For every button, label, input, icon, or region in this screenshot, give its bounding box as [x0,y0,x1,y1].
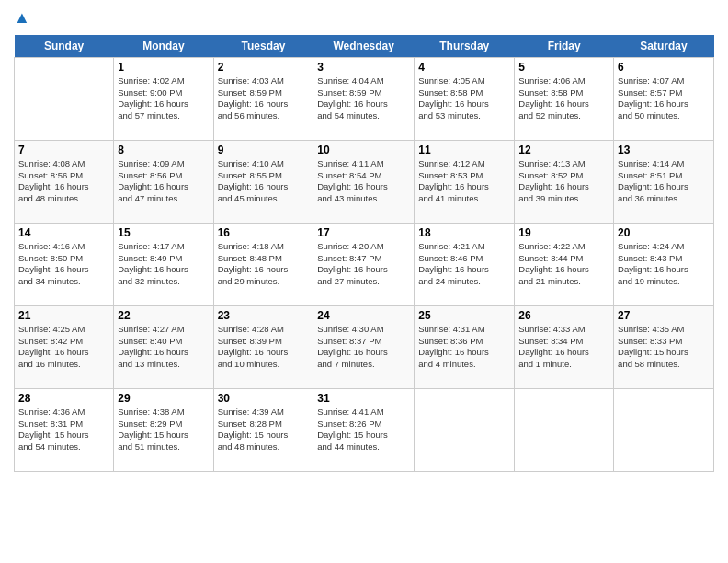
col-header-friday: Friday [515,35,614,58]
day-cell-18: 18Sunrise: 4:21 AMSunset: 8:46 PMDayligh… [415,223,515,305]
day-info: Sunrise: 4:33 AMSunset: 8:34 PMDaylight:… [518,324,609,371]
day-info: Sunrise: 4:25 AMSunset: 8:42 PMDaylight:… [18,324,109,371]
day-info: Sunrise: 4:12 AMSunset: 8:53 PMDaylight:… [418,158,510,205]
day-number: 1 [118,61,209,74]
day-info: Sunrise: 4:21 AMSunset: 8:46 PMDaylight:… [418,241,510,288]
day-info: Sunrise: 4:28 AMSunset: 8:39 PMDaylight:… [218,324,310,371]
day-cell-28: 28Sunrise: 4:36 AMSunset: 8:31 PMDayligh… [15,388,114,471]
day-info: Sunrise: 4:06 AMSunset: 8:58 PMDaylight:… [518,75,609,122]
empty-cell [515,388,614,471]
day-number: 28 [18,392,109,405]
day-number: 31 [317,392,410,405]
day-info: Sunrise: 4:30 AMSunset: 8:37 PMDaylight:… [317,324,410,371]
day-cell-26: 26Sunrise: 4:33 AMSunset: 8:34 PMDayligh… [515,305,614,388]
day-info: Sunrise: 4:17 AMSunset: 8:49 PMDaylight:… [118,241,209,288]
day-number: 18 [418,226,510,239]
day-cell-29: 29Sunrise: 4:38 AMSunset: 8:29 PMDayligh… [114,388,213,471]
day-number: 16 [218,226,310,239]
day-number: 14 [18,226,109,239]
day-number: 26 [518,309,609,322]
day-cell-4: 4Sunrise: 4:05 AMSunset: 8:58 PMDaylight… [415,57,515,140]
day-cell-7: 7Sunrise: 4:08 AMSunset: 8:56 PMDaylight… [15,140,114,223]
day-number: 24 [317,309,410,322]
day-number: 25 [418,309,510,322]
day-number: 7 [18,144,109,156]
day-cell-1: 1Sunrise: 4:02 AMSunset: 9:00 PMDaylight… [114,57,213,140]
day-number: 12 [518,144,609,156]
day-info: Sunrise: 4:04 AMSunset: 8:59 PMDaylight:… [317,75,410,122]
day-info: Sunrise: 4:09 AMSunset: 8:56 PMDaylight:… [118,158,209,205]
day-info: Sunrise: 4:41 AMSunset: 8:26 PMDaylight:… [317,407,410,454]
day-cell-10: 10Sunrise: 4:11 AMSunset: 8:54 PMDayligh… [313,140,415,223]
day-number: 20 [618,226,710,239]
day-number: 17 [317,226,410,239]
day-cell-30: 30Sunrise: 4:39 AMSunset: 8:28 PMDayligh… [213,388,313,471]
day-cell-6: 6Sunrise: 4:07 AMSunset: 8:57 PMDaylight… [614,57,714,140]
day-cell-9: 9Sunrise: 4:10 AMSunset: 8:55 PMDaylight… [213,140,313,223]
day-cell-25: 25Sunrise: 4:31 AMSunset: 8:36 PMDayligh… [415,305,515,388]
col-header-sunday: Sunday [15,35,114,58]
day-number: 13 [618,144,710,156]
day-cell-11: 11Sunrise: 4:12 AMSunset: 8:53 PMDayligh… [415,140,515,223]
day-cell-2: 2Sunrise: 4:03 AMSunset: 8:59 PMDaylight… [213,57,313,140]
day-number: 29 [118,392,209,405]
page: ▲ SundayMondayTuesdayWednesdayThursdayFr… [0,0,728,563]
day-number: 30 [218,392,310,405]
day-info: Sunrise: 4:31 AMSunset: 8:36 PMDaylight:… [418,324,510,371]
day-number: 19 [518,226,609,239]
col-header-monday: Monday [114,35,213,58]
day-number: 8 [118,144,209,156]
day-info: Sunrise: 4:27 AMSunset: 8:40 PMDaylight:… [118,324,209,371]
day-info: Sunrise: 4:22 AMSunset: 8:44 PMDaylight:… [518,241,609,288]
day-number: 2 [218,61,310,74]
day-cell-3: 3Sunrise: 4:04 AMSunset: 8:59 PMDaylight… [313,57,415,140]
day-info: Sunrise: 4:16 AMSunset: 8:50 PMDaylight:… [18,241,109,288]
day-number: 21 [18,309,109,322]
day-cell-16: 16Sunrise: 4:18 AMSunset: 8:48 PMDayligh… [213,223,313,305]
day-number: 4 [418,61,510,74]
day-info: Sunrise: 4:11 AMSunset: 8:54 PMDaylight:… [317,158,410,205]
day-cell-31: 31Sunrise: 4:41 AMSunset: 8:26 PMDayligh… [313,388,415,471]
day-info: Sunrise: 4:35 AMSunset: 8:33 PMDaylight:… [618,324,710,371]
day-info: Sunrise: 4:08 AMSunset: 8:56 PMDaylight:… [18,158,109,205]
day-info: Sunrise: 4:05 AMSunset: 8:58 PMDaylight:… [418,75,510,122]
col-header-thursday: Thursday [415,35,515,58]
day-number: 10 [317,144,410,156]
header: ▲ [14,9,714,28]
day-cell-14: 14Sunrise: 4:16 AMSunset: 8:50 PMDayligh… [15,223,114,305]
day-cell-20: 20Sunrise: 4:24 AMSunset: 8:43 PMDayligh… [614,223,714,305]
day-cell-23: 23Sunrise: 4:28 AMSunset: 8:39 PMDayligh… [213,305,313,388]
col-header-saturday: Saturday [614,35,714,58]
empty-cell [15,57,114,140]
day-info: Sunrise: 4:20 AMSunset: 8:47 PMDaylight:… [317,241,410,288]
day-info: Sunrise: 4:36 AMSunset: 8:31 PMDaylight:… [18,407,109,454]
day-number: 9 [218,144,310,156]
day-cell-8: 8Sunrise: 4:09 AMSunset: 8:56 PMDaylight… [114,140,213,223]
day-cell-13: 13Sunrise: 4:14 AMSunset: 8:51 PMDayligh… [614,140,714,223]
day-number: 11 [418,144,510,156]
day-cell-17: 17Sunrise: 4:20 AMSunset: 8:47 PMDayligh… [313,223,415,305]
col-header-wednesday: Wednesday [313,35,415,58]
day-info: Sunrise: 4:02 AMSunset: 9:00 PMDaylight:… [118,75,209,122]
day-number: 23 [218,309,310,322]
day-cell-27: 27Sunrise: 4:35 AMSunset: 8:33 PMDayligh… [614,305,714,388]
col-header-tuesday: Tuesday [213,35,313,58]
day-info: Sunrise: 4:24 AMSunset: 8:43 PMDaylight:… [618,241,710,288]
day-info: Sunrise: 4:18 AMSunset: 8:48 PMDaylight:… [218,241,310,288]
day-cell-24: 24Sunrise: 4:30 AMSunset: 8:37 PMDayligh… [313,305,415,388]
day-info: Sunrise: 4:13 AMSunset: 8:52 PMDaylight:… [518,158,609,205]
day-cell-22: 22Sunrise: 4:27 AMSunset: 8:40 PMDayligh… [114,305,213,388]
logo-text: ▲ [14,9,30,28]
day-info: Sunrise: 4:39 AMSunset: 8:28 PMDaylight:… [218,407,310,454]
day-cell-12: 12Sunrise: 4:13 AMSunset: 8:52 PMDayligh… [515,140,614,223]
day-cell-21: 21Sunrise: 4:25 AMSunset: 8:42 PMDayligh… [15,305,114,388]
day-number: 6 [618,61,710,74]
day-info: Sunrise: 4:10 AMSunset: 8:55 PMDaylight:… [218,158,310,205]
calendar-table: SundayMondayTuesdayWednesdayThursdayFrid… [14,35,714,472]
day-cell-5: 5Sunrise: 4:06 AMSunset: 8:58 PMDaylight… [515,57,614,140]
day-info: Sunrise: 4:07 AMSunset: 8:57 PMDaylight:… [618,75,710,122]
day-cell-19: 19Sunrise: 4:22 AMSunset: 8:44 PMDayligh… [515,223,614,305]
day-number: 27 [618,309,710,322]
day-info: Sunrise: 4:38 AMSunset: 8:29 PMDaylight:… [118,407,209,454]
logo: ▲ [14,9,30,28]
